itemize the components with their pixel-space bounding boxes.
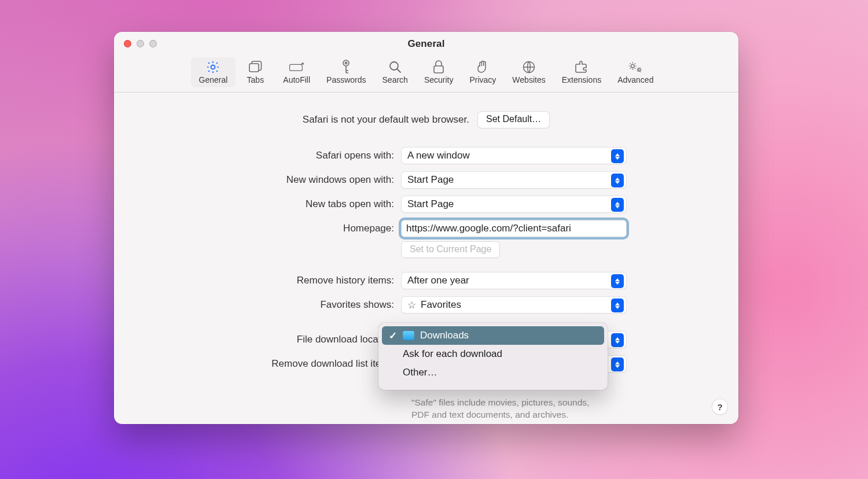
toolbar-security[interactable]: Security	[416, 57, 462, 87]
star-icon: ☆	[407, 299, 416, 311]
toolbar-search[interactable]: Search	[374, 57, 416, 87]
lock-icon	[431, 61, 447, 73]
select-value: Favorites	[421, 299, 461, 311]
check-icon: ✓	[389, 330, 397, 342]
svg-point-0	[211, 65, 215, 69]
toolbar-label: Privacy	[469, 75, 496, 84]
svg-point-9	[638, 69, 641, 71]
chevron-updown-icon	[611, 333, 624, 347]
svg-rect-2	[289, 64, 302, 71]
chevron-updown-icon	[611, 174, 624, 187]
label-homepage: Homepage:	[128, 223, 394, 234]
gears-icon	[627, 61, 643, 73]
label-download-location: File download location	[128, 334, 394, 345]
toolbar-label: Advanced	[617, 75, 653, 84]
label-favorites-shows: Favorites shows:	[128, 299, 394, 311]
svg-point-4	[345, 62, 347, 64]
toolbar-label: Security	[424, 75, 454, 84]
close-window-button[interactable]	[124, 40, 131, 47]
autofill-icon	[289, 61, 305, 73]
select-value: After one year	[407, 275, 469, 286]
footnote-line: PDF and text documents, and archives.	[411, 409, 620, 421]
window-title: General	[114, 38, 738, 50]
menu-item-downloads[interactable]: ✓ Downloads	[382, 326, 604, 345]
toolbar-label: AutoFill	[283, 75, 310, 84]
toolbar-label: Tabs	[247, 75, 264, 84]
chevron-updown-icon	[611, 198, 624, 212]
label-remove-history: Remove history items:	[128, 275, 394, 286]
toolbar-general[interactable]: General	[191, 57, 236, 87]
svg-point-3	[343, 60, 349, 66]
select-favorites-shows[interactable]: ☆ Favorites	[401, 296, 627, 314]
toolbar-label: Extensions	[562, 75, 601, 84]
toolbar-label: Passwords	[326, 75, 366, 84]
footnote-line: "Safe" files include movies, pictures, s…	[411, 397, 620, 409]
toolbar-extensions[interactable]: Extensions	[554, 57, 609, 87]
menu-item-label: Ask for each download	[403, 348, 597, 360]
toolbar-websites[interactable]: Websites	[504, 57, 553, 87]
select-value: Start Page	[407, 174, 454, 186]
label-new-windows-open-with: New windows open with:	[128, 174, 394, 186]
menu-item-label: Downloads	[420, 330, 597, 341]
puzzle-icon	[573, 61, 590, 73]
chevron-updown-icon	[611, 274, 624, 288]
select-remove-history[interactable]: After one year	[401, 272, 627, 289]
globe-icon	[521, 61, 537, 73]
select-new-windows-open-with[interactable]: Start Page	[401, 171, 627, 189]
traffic-lights	[124, 40, 157, 47]
toolbar-advanced[interactable]: Advanced	[609, 57, 661, 87]
key-icon	[338, 61, 354, 73]
hand-icon	[475, 61, 491, 73]
preferences-toolbar: General Tabs AutoFill Passwords	[114, 56, 738, 93]
set-default-button[interactable]: Set Default…	[477, 111, 550, 128]
svg-rect-6	[434, 66, 443, 73]
menu-item-other[interactable]: Other…	[382, 363, 604, 382]
search-icon	[387, 61, 403, 73]
toolbar-passwords[interactable]: Passwords	[318, 57, 374, 87]
default-browser-message: Safari is not your default web browser.	[303, 114, 469, 126]
default-browser-row: Safari is not your default web browser. …	[128, 111, 724, 128]
safe-files-footnote: "Safe" files include movies, pictures, s…	[411, 397, 620, 421]
select-safari-opens-with[interactable]: A new window	[401, 147, 627, 164]
toolbar-label: General	[199, 75, 228, 84]
chevron-updown-icon	[611, 299, 624, 312]
chevron-updown-icon	[611, 149, 624, 163]
select-new-tabs-open-with[interactable]: Start Page	[401, 196, 627, 213]
help-symbol: ?	[717, 402, 722, 412]
titlebar: General	[114, 32, 738, 56]
label-safari-opens-with: Safari opens with:	[128, 150, 394, 161]
minimize-window-button[interactable]	[137, 40, 144, 47]
download-location-menu[interactable]: ✓ Downloads Ask for each download Other…	[378, 323, 608, 390]
menu-item-label: Other…	[403, 367, 597, 378]
select-value: A new window	[407, 150, 470, 161]
toolbar-autofill[interactable]: AutoFill	[275, 57, 318, 87]
help-button[interactable]: ?	[712, 399, 728, 415]
gear-icon	[205, 61, 221, 73]
zoom-window-button[interactable]	[149, 40, 157, 47]
svg-rect-1	[249, 64, 259, 72]
toolbar-label: Search	[382, 75, 408, 84]
chevron-updown-icon	[611, 358, 624, 371]
folder-icon	[403, 331, 414, 340]
label-new-tabs-open-with: New tabs open with:	[128, 198, 394, 210]
set-current-page-button[interactable]: Set to Current Page	[401, 241, 500, 258]
homepage-input[interactable]	[401, 220, 627, 237]
toolbar-tabs[interactable]: Tabs	[236, 57, 275, 87]
select-value: Start Page	[407, 198, 454, 210]
menu-item-ask[interactable]: Ask for each download	[382, 345, 604, 363]
svg-point-8	[631, 64, 635, 68]
toolbar-label: Websites	[512, 75, 545, 84]
tabs-icon	[247, 61, 263, 73]
toolbar-privacy[interactable]: Privacy	[461, 57, 504, 87]
label-remove-downloads: Remove download list items	[128, 358, 394, 370]
